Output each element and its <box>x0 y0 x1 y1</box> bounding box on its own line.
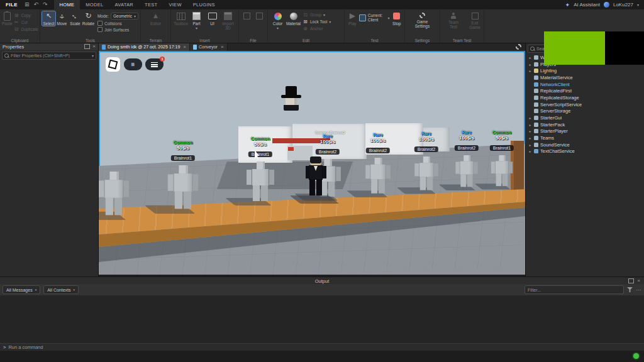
move-icon: ↔↕ <box>58 12 66 20</box>
expand-arrow-icon[interactable]: ▸ <box>528 143 532 147</box>
explorer-item-replicatedstorage[interactable]: ReplicatedStorage <box>526 94 644 101</box>
paste-button[interactable]: Paste <box>2 11 13 26</box>
explorer-item-textchatservice[interactable]: ▸TextChatService <box>526 148 644 155</box>
contexts-filter-dropdown[interactable]: All Contexts▾ <box>43 285 79 294</box>
expand-arrow-icon[interactable]: ▸ <box>528 129 532 133</box>
rotate-tool-button[interactable]: ↻ Rotate <box>82 11 95 26</box>
ui-button[interactable]: UI <box>204 11 220 26</box>
join-surfaces-checkbox[interactable]: Join Surfaces <box>97 27 138 32</box>
undo-icon[interactable]: ↶ <box>33 0 38 9</box>
close-icon[interactable]: × <box>92 44 96 49</box>
explorer-item-startergui[interactable]: ▸StarterGui <box>526 114 644 121</box>
explorer-item-starterplayer[interactable]: ▸StarterPlayer <box>526 128 644 135</box>
titlebar-tab-view[interactable]: VIEW <box>163 0 187 9</box>
game-settings-button[interactable]: Game Settings <box>410 13 435 28</box>
properties-filter-input[interactable]: Filter Properties (Ctrl+Shift+P) ▾ <box>2 52 96 60</box>
output-filter-input[interactable]: Filter... <box>525 285 624 294</box>
explorer-item-starterpack[interactable]: ▸StarterPack <box>526 121 644 128</box>
lock-tool-button[interactable]: ⊠Lock Tool▾ <box>303 19 331 25</box>
copy-icon: ⊞ <box>14 13 19 18</box>
titlebar-tab-test[interactable]: TEST <box>139 0 163 9</box>
part-button[interactable]: Part ▾ <box>189 11 204 31</box>
more-options-icon[interactable]: ⋯ <box>636 287 641 293</box>
copy-button[interactable]: ⊞Copy <box>14 13 38 18</box>
chevron-down-icon[interactable]: ▾ <box>637 3 639 7</box>
titlebar-tab-model[interactable]: MODEL <box>80 0 109 9</box>
expand-arrow-icon[interactable]: ▸ <box>528 116 532 120</box>
play-button[interactable]: ▶ Play <box>347 11 358 26</box>
scene[interactable]: Brainrot Brainrot2 ≡ 1 Common50$/sBrainr… <box>99 51 525 275</box>
item-label: ServerStorage <box>540 108 570 114</box>
lock-icon: ⊠ <box>303 19 308 25</box>
npc-figure <box>491 155 513 187</box>
current-client-dropdown[interactable]: Current: Client ▾ <box>359 13 389 22</box>
color-button[interactable]: Color ▾ <box>270 11 286 31</box>
npc-overhead-label: Common50$/sBrainrot1 <box>171 140 195 162</box>
item-label: ReplicatedStorage <box>540 95 579 101</box>
save-icon[interactable]: ⊞ <box>25 0 30 9</box>
scale-tool-button[interactable]: ↔ Scale <box>69 11 82 26</box>
expand-arrow-icon[interactable]: ▸ <box>528 55 532 60</box>
mode-dropdown[interactable]: Mode: Geometric▾ <box>97 13 138 19</box>
expand-arrow-icon[interactable]: ▸ <box>528 69 532 73</box>
exit-game-button[interactable]: Exit Game <box>466 13 484 30</box>
move-tool-button[interactable]: ↔↕ Move <box>55 11 69 26</box>
npc-figure <box>365 158 391 194</box>
close-icon[interactable]: × <box>183 44 186 50</box>
viewport-gear-icon[interactable] <box>516 44 521 50</box>
collisions-checkbox[interactable]: Collisions <box>97 21 138 26</box>
explorer-item-soundservice[interactable]: ▸SoundService <box>526 141 644 148</box>
hamburger-menu-button[interactable]: ≡ <box>124 58 142 70</box>
explorer-item-teams[interactable]: ▸Teams <box>526 134 644 141</box>
titlebar-tab-avatar[interactable]: AVATAR <box>109 0 139 9</box>
group-button[interactable]: ⊡Group▾ <box>303 12 331 18</box>
expand-arrow-icon[interactable]: ▸ <box>528 149 532 153</box>
explorer-item-networkclient[interactable]: NetworkClient <box>526 81 644 88</box>
file-menu-button[interactable]: FILE <box>0 2 23 8</box>
titlebar-tab-plugins[interactable]: PLUGINS <box>187 0 221 9</box>
close-icon[interactable]: × <box>637 278 640 283</box>
roblox-menu-button[interactable] <box>106 57 120 72</box>
tab-label: Doing smth idk @ 27 oct. 2025 17:19 <box>108 45 180 49</box>
file-import-button[interactable] <box>241 11 253 21</box>
toolbox-button[interactable]: Toolbox <box>173 11 189 26</box>
expand-arrow-icon[interactable]: ▸ <box>528 136 532 140</box>
explorer-item-lighting[interactable]: ▸Lighting <box>526 67 644 74</box>
explorer-item-serverstorage[interactable]: ServerStorage <box>526 108 644 115</box>
command-bar[interactable]: > Run a command <box>0 343 644 351</box>
notifications-button[interactable]: 1 <box>145 58 164 70</box>
stop-button[interactable]: Stop <box>391 11 402 26</box>
dock-icon[interactable] <box>628 278 634 283</box>
titlebar-tab-home[interactable]: HOME <box>54 0 80 9</box>
properties-panel: Properties × Filter Properties (Ctrl+Shi… <box>0 43 99 277</box>
checkbox-icon <box>97 21 103 26</box>
anchor-button[interactable]: ⊕Anchor <box>303 26 331 31</box>
close-icon[interactable]: × <box>221 44 224 50</box>
terrain-editor-button[interactable]: ▲ Editor <box>148 11 164 26</box>
explorer-item-replicatedfirst[interactable]: ReplicatedFirst <box>526 87 644 94</box>
expand-arrow-icon[interactable]: ▸ <box>528 62 532 67</box>
output-log-area[interactable] <box>0 295 644 343</box>
hamburger-icon: ≡ <box>131 61 135 68</box>
status-dot <box>633 353 639 359</box>
ai-assistant-button[interactable]: AI Assistant <box>574 2 600 8</box>
avatar[interactable] <box>604 2 609 8</box>
explorer-item-serverscriptservice[interactable]: ServerScriptService <box>526 101 644 108</box>
redo-icon[interactable]: ↷ <box>43 0 48 9</box>
team-test-button[interactable]: Team Test <box>445 13 462 29</box>
item-label: MaterialService <box>540 75 573 80</box>
viewport-tab-1[interactable]: Conveyor× <box>190 43 228 51</box>
select-tool-button[interactable]: ↖ Select <box>42 11 55 26</box>
username[interactable]: LoKu227 <box>613 2 633 8</box>
expand-arrow-icon[interactable]: ▸ <box>528 123 532 127</box>
file-export-button[interactable] <box>253 11 266 21</box>
messages-filter-dropdown[interactable]: All Messages▾ <box>3 285 40 294</box>
import-3d-button[interactable]: Import 3D <box>220 11 236 30</box>
explorer-item-materialservice[interactable]: MaterialService <box>526 74 644 81</box>
dock-icon[interactable] <box>84 44 90 49</box>
cut-button[interactable]: ✂Cut <box>14 19 38 25</box>
duplicate-button[interactable]: ⊟Duplicate <box>14 26 38 32</box>
material-button[interactable]: Material <box>286 11 301 26</box>
filter-funnel-icon[interactable] <box>627 287 633 292</box>
viewport-tab-0[interactable]: Doing smth idk @ 27 oct. 2025 17:19× <box>99 43 190 51</box>
